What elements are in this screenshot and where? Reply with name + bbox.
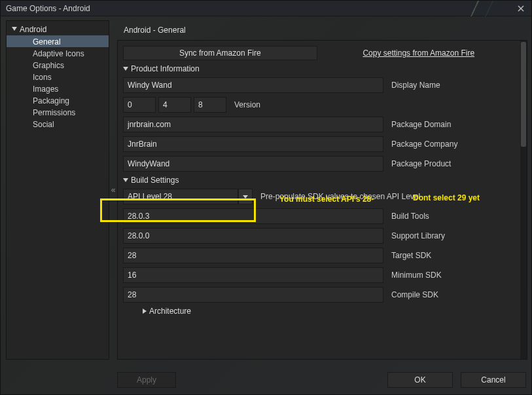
api-level-dropdown[interactable]: API Level 28 [123, 189, 253, 204]
package-product-row: WindyWand Package Product [123, 156, 515, 172]
display-name-input[interactable]: Windy Wand [123, 77, 383, 93]
section-title: Product Information [131, 64, 200, 73]
version-group: 0 4 8 [123, 97, 226, 113]
compile-sdk-input[interactable]: 28 [123, 287, 383, 303]
main-panel: Android - General Sync from Amazon Fire … [117, 20, 527, 360]
workspace: Android General Adaptive Icons Graphics … [6, 20, 527, 360]
sidebar-item-icons[interactable]: Icons [7, 71, 109, 83]
chevron-down-icon [12, 27, 17, 31]
support-library-row: 28.0.0 Support Library [123, 228, 515, 244]
apply-button[interactable]: Apply [117, 372, 176, 388]
display-name-row: Windy Wand Display Name [123, 77, 515, 93]
version-patch-input[interactable]: 8 [194, 97, 226, 113]
vertical-scrollbar[interactable] [520, 41, 527, 359]
minimum-sdk-label: Minimum SDK [391, 271, 442, 280]
apply-wrap: Apply [117, 372, 176, 388]
package-product-input[interactable]: WindyWand [123, 156, 383, 172]
target-sdk-label: Target SDK [391, 251, 431, 260]
titlebar: Game Options - Android [1, 1, 531, 16]
sidebar-item-packaging[interactable]: Packaging [7, 94, 109, 106]
api-level-row: API Level 28 Pre-populate SDK values to … [123, 189, 515, 204]
sidebar-item-social[interactable]: Social [7, 118, 109, 130]
ok-button[interactable]: OK [387, 372, 453, 388]
sidebar-item-adaptive-icons[interactable]: Adaptive Icons [7, 47, 109, 59]
package-domain-row: jnrbrain.com Package Domain [123, 117, 515, 132]
chevron-down-icon [123, 178, 128, 182]
target-sdk-input[interactable]: 28 [123, 248, 383, 263]
cancel-button[interactable]: Cancel [461, 372, 526, 388]
tree-root-android[interactable]: Android [7, 24, 109, 35]
support-library-label: Support Library [391, 231, 445, 240]
section-title: Build Settings [131, 176, 179, 185]
build-tools-label: Build Tools [391, 212, 429, 221]
section-product-information[interactable]: Product Information [123, 64, 515, 73]
display-name-label: Display Name [391, 81, 440, 90]
sidebar-item-images[interactable]: Images [7, 83, 109, 94]
version-label: Version [234, 100, 260, 109]
chevron-right-icon [143, 309, 147, 314]
sidebar-item-general[interactable]: General [7, 35, 109, 47]
titlebar-decoration [463, 1, 516, 16]
close-icon[interactable] [516, 3, 526, 14]
section-title: Architecture [149, 307, 191, 316]
scrollbar-thumb[interactable] [521, 42, 526, 147]
sync-row: Sync from Amazon Fire Copy settings from… [123, 46, 515, 60]
window-title: Game Options - Android [6, 4, 90, 13]
target-sdk-row: 28 Target SDK [123, 248, 515, 263]
minimum-sdk-input[interactable]: 16 [123, 267, 383, 283]
chevron-down-icon [123, 67, 128, 71]
content-inner: Sync from Amazon Fire Copy settings from… [118, 41, 520, 359]
api-level-value: API Level 28 [123, 189, 238, 204]
sidebar-item-permissions[interactable]: Permissions [7, 106, 109, 118]
build-tools-input[interactable]: 28.0.3 [123, 208, 383, 224]
sync-button[interactable]: Sync from Amazon Fire [123, 46, 317, 60]
section-architecture[interactable]: Architecture [123, 307, 515, 316]
page-title: Android - General [117, 20, 527, 41]
sidebar-collapse-handle[interactable]: « [109, 20, 117, 360]
tree-root-label: Android [20, 25, 46, 34]
dropdown-button[interactable] [238, 189, 253, 204]
api-level-label: Pre-populate SDK values to chosen API Le… [260, 192, 420, 201]
copy-settings-link[interactable]: Copy settings from Amazon Fire [323, 46, 516, 60]
package-company-input[interactable]: JnrBrain [123, 136, 383, 152]
options-window: Game Options - Android Android General A… [0, 0, 532, 395]
package-company-label: Package Company [391, 140, 457, 149]
sidebar-item-graphics[interactable]: Graphics [7, 59, 109, 71]
chevron-down-icon [243, 195, 248, 198]
version-minor-input[interactable]: 4 [158, 97, 191, 113]
package-domain-label: Package Domain [391, 120, 451, 129]
section-build-settings[interactable]: Build Settings [123, 176, 515, 185]
content-area: Sync from Amazon Fire Copy settings from… [117, 40, 527, 360]
support-library-input[interactable]: 28.0.0 [123, 228, 383, 244]
footer: Apply OK Cancel [6, 371, 526, 389]
compile-sdk-label: Compile SDK [391, 290, 438, 299]
package-product-label: Package Product [391, 159, 451, 168]
build-tools-row: 28.0.3 Build Tools [123, 208, 515, 224]
version-major-input[interactable]: 0 [123, 97, 156, 113]
nav-tree: Android General Adaptive Icons Graphics … [7, 21, 109, 132]
minimum-sdk-row: 16 Minimum SDK [123, 267, 515, 283]
version-row: 0 4 8 Version [123, 97, 515, 113]
compile-sdk-row: 28 Compile SDK [123, 287, 515, 303]
package-domain-input[interactable]: jnrbrain.com [123, 117, 383, 132]
package-company-row: JnrBrain Package Company [123, 136, 515, 152]
sidebar: Android General Adaptive Icons Graphics … [6, 20, 109, 360]
